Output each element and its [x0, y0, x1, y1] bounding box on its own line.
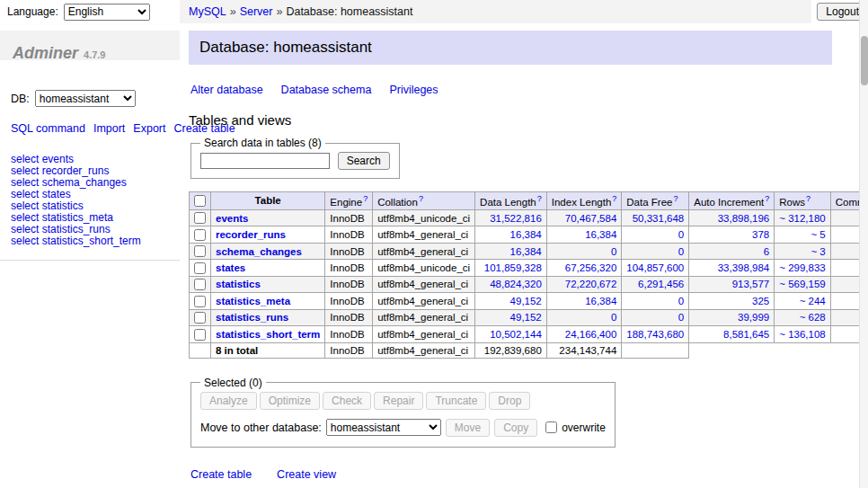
scrollbar-track[interactable]: [859, 0, 868, 488]
data_free-link[interactable]: 0: [678, 312, 684, 323]
row-checkbox[interactable]: [194, 296, 206, 307]
sidebar-action-link[interactable]: Export: [133, 122, 165, 135]
table-name-link[interactable]: statistics_meta: [216, 296, 290, 306]
data_free-link[interactable]: 188,743,680: [626, 329, 684, 340]
row-select-cell[interactable]: [190, 276, 211, 292]
data_free-link[interactable]: 6,291,456: [638, 279, 684, 289]
rows-link[interactable]: ~ 5: [810, 229, 825, 240]
language-select[interactable]: English: [64, 4, 150, 21]
search-button[interactable]: Search: [338, 152, 390, 170]
row-select-cell[interactable]: [190, 260, 211, 276]
row-checkbox[interactable]: [194, 212, 206, 224]
auto_increment-link[interactable]: 325: [752, 296, 769, 306]
auto_increment-link[interactable]: 33,398,984: [718, 262, 770, 273]
table-name-link[interactable]: statistics: [216, 279, 261, 289]
select-all-cell[interactable]: [190, 192, 211, 210]
auto_increment-link[interactable]: 913,577: [732, 279, 770, 289]
move-button[interactable]: Move: [446, 419, 490, 437]
row-checkbox[interactable]: [194, 329, 206, 341]
rows-link[interactable]: ~ 569,159: [779, 279, 825, 289]
help-icon[interactable]: ?: [537, 194, 542, 203]
index_length-link[interactable]: 72,220,672: [565, 279, 617, 289]
help-icon[interactable]: ?: [612, 194, 616, 203]
rows-link[interactable]: ~ 628: [800, 312, 826, 323]
table-name-link[interactable]: events: [216, 213, 248, 224]
sidebar-table-link[interactable]: select statistics_short_term: [11, 235, 180, 247]
data_free-link[interactable]: 0: [678, 296, 684, 306]
selected-action-button[interactable]: Truncate: [426, 392, 486, 410]
data_length-link[interactable]: 48,824,320: [490, 279, 542, 289]
database-action-link[interactable]: Database schema: [281, 84, 372, 96]
table-name-link[interactable]: statistics_runs: [216, 312, 288, 323]
create-link[interactable]: Create table: [190, 468, 252, 481]
table-name-link[interactable]: statistics_short_term: [216, 329, 320, 340]
data_length-link[interactable]: 31,522,816: [490, 213, 542, 224]
data_length-link[interactable]: 16,384: [510, 246, 542, 257]
index_length-link[interactable]: 0: [611, 312, 616, 323]
search-input[interactable]: [200, 153, 330, 169]
database-action-link[interactable]: Privileges: [389, 84, 438, 96]
row-select-cell[interactable]: [190, 326, 211, 342]
selected-action-button[interactable]: Drop: [489, 392, 530, 410]
data_free-link[interactable]: 0: [678, 229, 684, 240]
row-select-cell[interactable]: [190, 309, 211, 325]
rows-link[interactable]: ~ 136,108: [779, 329, 825, 340]
data_length-link[interactable]: 16,384: [510, 229, 542, 240]
table-name-link[interactable]: recorder_runs: [216, 229, 286, 240]
rows-link[interactable]: ~ 244: [800, 296, 826, 306]
row-checkbox[interactable]: [194, 279, 206, 290]
data_length-link[interactable]: 101,859,328: [484, 262, 542, 273]
selected-action-button[interactable]: Check: [323, 392, 371, 410]
breadcrumb-mysql-link[interactable]: MySQL: [189, 5, 226, 18]
row-select-cell[interactable]: [190, 209, 211, 226]
index_length-link[interactable]: 0: [611, 246, 616, 257]
auto_increment-link[interactable]: 6: [764, 246, 769, 257]
row-select-cell[interactable]: [190, 226, 211, 243]
overwrite-checkbox[interactable]: [545, 421, 557, 433]
help-icon[interactable]: ?: [765, 194, 769, 203]
row-checkbox[interactable]: [194, 262, 206, 274]
row-select-cell[interactable]: [190, 293, 211, 309]
index_length-link[interactable]: 24,166,400: [565, 329, 617, 340]
row-checkbox[interactable]: [194, 312, 206, 324]
index_length-link[interactable]: 16,384: [585, 229, 616, 240]
selected-action-button[interactable]: Optimize: [260, 392, 320, 410]
sidebar-action-link[interactable]: SQL command: [11, 122, 85, 135]
table-name-link[interactable]: schema_changes: [216, 246, 302, 257]
row-select-cell[interactable]: [190, 243, 211, 259]
rows-link[interactable]: ~ 312,180: [779, 213, 825, 224]
selected-action-button[interactable]: Analyze: [200, 392, 257, 410]
data_length-link[interactable]: 10,502,144: [490, 329, 542, 340]
index_length-link[interactable]: 16,384: [585, 296, 616, 306]
create-link[interactable]: Create view: [277, 468, 336, 481]
index_length-link[interactable]: 70,467,584: [565, 213, 617, 224]
rows-link[interactable]: ~ 299,833: [779, 262, 825, 273]
selected-action-button[interactable]: Repair: [374, 392, 423, 410]
move-db-select[interactable]: homeassistant: [326, 419, 441, 436]
row-checkbox[interactable]: [194, 229, 206, 241]
data_free-link[interactable]: 50,331,648: [633, 213, 685, 224]
copy-button[interactable]: Copy: [494, 419, 537, 437]
auto_increment-link[interactable]: 33,898,196: [718, 213, 770, 224]
db-select[interactable]: homeassistant: [35, 90, 136, 107]
scrollbar-thumb[interactable]: [861, 36, 868, 85]
rows-link[interactable]: ~ 3: [810, 246, 825, 257]
breadcrumb-server-link[interactable]: Server: [240, 5, 273, 18]
data_length-link[interactable]: 49,152: [510, 296, 542, 306]
database-action-link[interactable]: Alter database: [190, 84, 263, 96]
select-all-checkbox[interactable]: [194, 195, 206, 207]
auto_increment-link[interactable]: 378: [752, 229, 769, 240]
sidebar-action-link[interactable]: Import: [93, 122, 125, 135]
data_free-link[interactable]: 0: [678, 246, 684, 257]
help-icon[interactable]: ?: [419, 194, 423, 203]
data_free-link[interactable]: 104,857,600: [626, 262, 684, 273]
help-icon[interactable]: ?: [806, 194, 810, 203]
help-icon[interactable]: ?: [673, 194, 678, 203]
help-icon[interactable]: ?: [363, 194, 368, 203]
row-checkbox[interactable]: [194, 245, 206, 257]
auto_increment-link[interactable]: 8,581,645: [723, 329, 769, 340]
index_length-link[interactable]: 67,256,320: [565, 262, 617, 273]
table-name-link[interactable]: states: [216, 262, 245, 273]
auto_increment-link[interactable]: 39,999: [738, 312, 769, 323]
data_length-link[interactable]: 49,152: [510, 312, 542, 323]
